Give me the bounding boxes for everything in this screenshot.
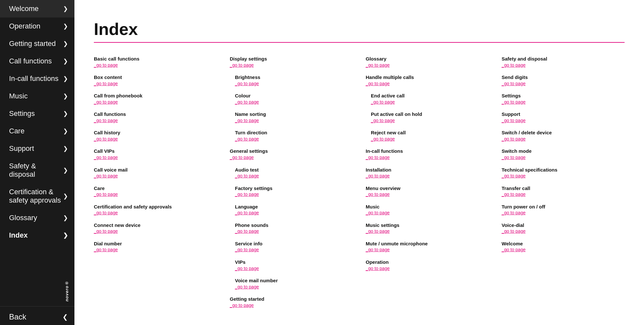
entry-link[interactable]: _go to page: [366, 118, 489, 124]
index-column-2: Display settings_go to pageBrightness_go…: [230, 56, 353, 314]
chevron-right-icon: ❯: [63, 75, 68, 82]
entry-link[interactable]: _go to page: [366, 173, 489, 179]
entry-link[interactable]: _go to page: [230, 118, 353, 124]
entry-title: Music: [366, 204, 380, 209]
entry-link[interactable]: _go to page: [366, 247, 489, 253]
index-entry: Switch mode_go to page: [502, 148, 625, 161]
entry-title: Colour: [230, 93, 250, 98]
entry-title: Music settings: [366, 222, 399, 228]
index-entry: Music_go to page: [366, 204, 489, 216]
entry-link[interactable]: _go to page: [94, 62, 217, 69]
entry-title: Technical specifications: [502, 167, 557, 173]
index-entry: Dial number_go to page: [94, 241, 217, 253]
chevron-right-icon: ❯: [63, 167, 68, 174]
entry-link[interactable]: _go to page: [230, 136, 353, 142]
index-entry: Send digits_go to page: [502, 74, 625, 87]
index-entry: Audio test_go to page: [230, 167, 353, 179]
entry-link[interactable]: _go to page: [94, 136, 217, 142]
entry-link[interactable]: _go to page: [366, 191, 489, 198]
entry-title: Language: [230, 204, 258, 209]
entry-link[interactable]: _go to page: [366, 265, 489, 272]
index-entry: Technical specifications_go to page: [502, 167, 625, 179]
sidebar-item-support[interactable]: Support❯: [0, 140, 74, 157]
entry-link[interactable]: _go to page: [502, 136, 625, 142]
index-grid: Basic call functions_go to pageBox conte…: [94, 56, 625, 314]
sidebar-item-label: Glossary: [9, 214, 37, 222]
back-label: Back: [9, 312, 26, 321]
sidebar-item-getting-started[interactable]: Getting started❯: [0, 35, 74, 52]
entry-link[interactable]: _go to page: [502, 154, 625, 161]
entry-title: Call from phonebook: [94, 93, 142, 98]
entry-title: General settings: [230, 148, 268, 154]
sidebar-item-music[interactable]: Music❯: [0, 87, 74, 105]
entry-link[interactable]: _go to page: [94, 118, 217, 124]
entry-link[interactable]: _go to page: [230, 265, 353, 272]
index-entry: VIPs_go to page: [230, 259, 353, 272]
index-entry: General settings_go to page: [230, 148, 353, 161]
entry-link[interactable]: _go to page: [366, 99, 489, 106]
entry-link[interactable]: _go to page: [230, 228, 353, 235]
entry-title: VIPs: [230, 259, 246, 265]
entry-link[interactable]: _go to page: [502, 247, 625, 253]
entry-link[interactable]: _go to page: [94, 173, 217, 179]
entry-link[interactable]: _go to page: [94, 228, 217, 235]
entry-link[interactable]: _go to page: [230, 284, 353, 290]
entry-link[interactable]: _go to page: [230, 191, 353, 198]
index-entry: Call functions_go to page: [94, 111, 217, 124]
entry-link[interactable]: _go to page: [366, 228, 489, 235]
entry-link[interactable]: _go to page: [94, 99, 217, 106]
entry-link[interactable]: _go to page: [230, 99, 353, 106]
entry-link[interactable]: _go to page: [502, 118, 625, 124]
entry-title: Call history: [94, 130, 120, 135]
entry-link[interactable]: _go to page: [230, 302, 353, 309]
index-entry: Call VIPs_go to page: [94, 148, 217, 161]
sidebar-item-safety---disposal[interactable]: Safety & disposal❯: [0, 157, 74, 183]
entry-link[interactable]: _go to page: [502, 228, 625, 235]
entry-title: Operation: [366, 259, 389, 265]
entry-link[interactable]: _go to page: [366, 62, 489, 69]
entry-title: Reject new call: [366, 130, 406, 135]
sidebar-item-index[interactable]: Index❯: [0, 227, 74, 244]
entry-link[interactable]: _go to page: [502, 173, 625, 179]
sidebar-item-settings[interactable]: Settings❯: [0, 105, 74, 122]
entry-link[interactable]: _go to page: [94, 191, 217, 198]
entry-title: Welcome: [502, 241, 523, 246]
sidebar-item-glossary[interactable]: Glossary❯: [0, 209, 74, 227]
back-button[interactable]: Back ❮: [0, 307, 74, 325]
entry-link[interactable]: _go to page: [230, 247, 353, 253]
entry-title: Put active call on hold: [366, 111, 422, 117]
entry-link[interactable]: _go to page: [366, 81, 489, 87]
entry-link[interactable]: _go to page: [366, 210, 489, 216]
entry-link[interactable]: _go to page: [94, 154, 217, 161]
entry-link[interactable]: _go to page: [230, 173, 353, 179]
entry-link[interactable]: _go to page: [230, 81, 353, 87]
sidebar-item-welcome[interactable]: Welcome❯: [0, 0, 74, 17]
chevron-right-icon: ❯: [63, 110, 68, 117]
entry-link[interactable]: _go to page: [502, 81, 625, 87]
entry-link[interactable]: _go to page: [366, 136, 489, 142]
page-title: Index: [94, 19, 625, 39]
entry-link[interactable]: _go to page: [230, 62, 353, 69]
entry-link[interactable]: _go to page: [502, 99, 625, 106]
index-entry: Safety and disposal_go to page: [502, 56, 625, 68]
index-entry: Phone sounds_go to page: [230, 222, 353, 235]
sidebar-item-certification---safety-approvals[interactable]: Certification & safety approvals❯: [0, 183, 74, 209]
chevron-right-icon: ❯: [63, 5, 68, 12]
sidebar-item-operation[interactable]: Operation❯: [0, 17, 74, 35]
entry-link[interactable]: _go to page: [94, 81, 217, 87]
entry-link[interactable]: _go to page: [502, 191, 625, 198]
entry-link[interactable]: _go to page: [230, 154, 353, 161]
entry-title: Basic call functions: [94, 56, 139, 62]
entry-link[interactable]: _go to page: [502, 62, 625, 69]
entry-link[interactable]: _go to page: [366, 154, 489, 161]
sidebar-item-care[interactable]: Care❯: [0, 122, 74, 140]
index-entry: Language_go to page: [230, 204, 353, 216]
sidebar: Welcome❯Operation❯Getting started❯Call f…: [0, 0, 74, 325]
sidebar-item-call-functions[interactable]: Call functions❯: [0, 52, 74, 70]
entry-title: Call voice mail: [94, 167, 128, 173]
entry-link[interactable]: _go to page: [94, 210, 217, 216]
entry-link[interactable]: _go to page: [94, 247, 217, 253]
sidebar-item-in-call-functions[interactable]: In-call functions❯: [0, 70, 74, 87]
entry-link[interactable]: _go to page: [502, 210, 625, 216]
entry-link[interactable]: _go to page: [230, 210, 353, 216]
